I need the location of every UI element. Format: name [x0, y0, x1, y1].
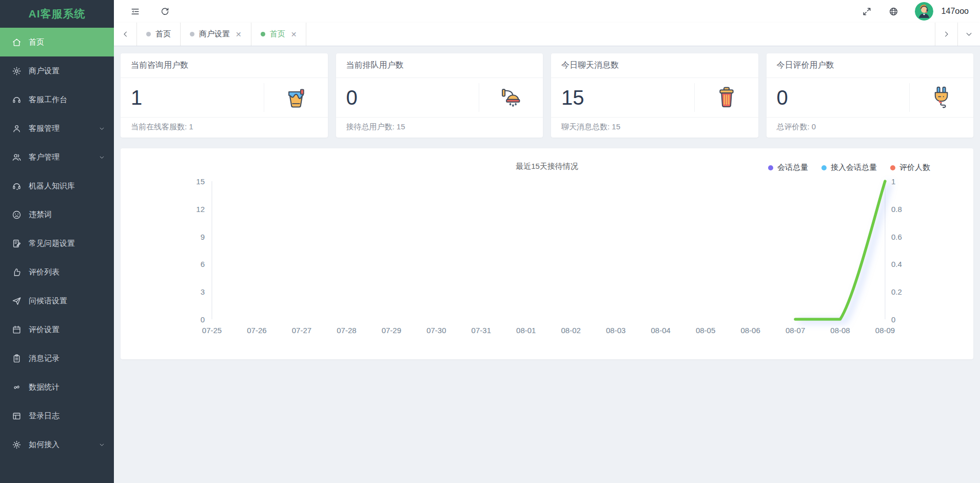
- sidebar-item-label: 评价列表: [29, 267, 106, 277]
- tabs-scroll-left-icon[interactable]: [114, 23, 136, 46]
- sidebar-item-send[interactable]: 问候语设置: [0, 286, 114, 315]
- users-icon: [11, 152, 22, 162]
- gear-icon: [11, 66, 22, 76]
- x-axis-tick: 07-25: [202, 326, 222, 335]
- user-icon: [11, 123, 22, 133]
- tab-item[interactable]: 首页✕: [251, 23, 307, 46]
- username[interactable]: 147ooo: [942, 7, 969, 16]
- paint-bucket-icon: [264, 84, 328, 111]
- y-axis-left-tick: 15: [174, 177, 205, 186]
- sidebar-item-plug-gear[interactable]: 如何接入: [0, 430, 114, 459]
- stat-card-rating-users: 今日评价用户数 0: [767, 53, 974, 138]
- language-globe-icon[interactable]: [888, 6, 899, 17]
- content: 当前咨询用户数 1 当前在线客服数:: [114, 46, 980, 483]
- tab-close-icon[interactable]: ✕: [291, 31, 297, 38]
- open-tabs: 首页商户设置✕首页✕: [136, 23, 935, 46]
- x-axis-tick: 08-05: [696, 326, 715, 335]
- robot-icon: [11, 181, 22, 191]
- x-axis-tick: 07-26: [247, 326, 266, 335]
- refresh-icon[interactable]: [159, 6, 170, 17]
- tabs-menu-chevron-down-icon[interactable]: [957, 23, 980, 46]
- avatar[interactable]: [915, 2, 933, 21]
- stat-card-value: 15: [561, 86, 694, 109]
- sidebar-item-users[interactable]: 客户管理: [0, 143, 114, 171]
- headset-icon: [11, 94, 22, 105]
- stat-card-value: 0: [777, 86, 910, 109]
- sidebar-item-label: 机器人知识库: [29, 181, 106, 191]
- y-axis-right-tick: 0.2: [891, 287, 902, 296]
- y-axis-right-tick: 1: [891, 177, 895, 186]
- tab-item[interactable]: 商户设置✕: [181, 23, 251, 46]
- tabs-scroll-right-icon[interactable]: [935, 23, 957, 46]
- app-root: AI客服系统 首页商户设置客服工作台客服管理客户管理机器人知识库违禁词常见问题设…: [0, 0, 980, 483]
- sidebar-item-label: 如何接入: [29, 440, 99, 450]
- tab-label: 首页: [270, 29, 285, 39]
- x-axis-tick: 08-03: [606, 326, 625, 335]
- sidebar-item-label: 评价设置: [29, 325, 106, 335]
- thumbs-up-icon: [11, 267, 22, 277]
- shower-icon: [479, 84, 543, 111]
- sidebar-item-robot[interactable]: 机器人知识库: [0, 171, 114, 200]
- tab-label: 商户设置: [199, 29, 230, 39]
- stat-card-value: 1: [131, 86, 264, 109]
- topbar: 147ooo: [114, 0, 980, 23]
- chevron-down-icon: [99, 441, 106, 448]
- x-axis-tick: 07-27: [292, 326, 311, 335]
- stat-card-footer: 当前在线客服数: 1: [121, 117, 328, 138]
- fullscreen-icon[interactable]: [861, 6, 873, 17]
- sidebar-item-label: 首页: [29, 37, 106, 47]
- stat-card-queue-users: 当前排队用户数 0: [336, 53, 543, 138]
- series-line-会话总量: [795, 181, 885, 319]
- sidebar-collapse-icon[interactable]: [129, 6, 141, 17]
- stat-card-footer: 聊天消息总数: 15: [551, 117, 758, 138]
- sidebar-item-home[interactable]: 首页: [0, 28, 114, 56]
- x-axis-tick: 08-06: [740, 326, 760, 335]
- sidebar-item-document-edit[interactable]: 常见问题设置: [0, 229, 114, 258]
- chevron-down-icon: [99, 153, 106, 161]
- frown-icon: [11, 209, 22, 220]
- trash-bin-icon: [695, 84, 758, 111]
- tabbar: 首页商户设置✕首页✕: [114, 23, 980, 46]
- sidebar-item-label: 消息记录: [29, 354, 106, 363]
- plug-gear-icon: [11, 439, 22, 450]
- stat-card-chat-messages: 今日聊天消息数 15 聊天消息总数:: [551, 53, 758, 138]
- y-axis-left-tick: 12: [174, 204, 205, 213]
- x-axis-tick: 08-08: [830, 326, 850, 335]
- power-plug-icon: [910, 84, 973, 111]
- x-axis-tick: 08-02: [561, 326, 581, 335]
- sidebar-item-headset[interactable]: 客服工作台: [0, 85, 114, 114]
- stat-card-title: 当前咨询用户数: [121, 53, 328, 78]
- tab-close-icon[interactable]: ✕: [236, 31, 242, 38]
- sidebar: AI客服系统 首页商户设置客服工作台客服管理客户管理机器人知识库违禁词常见问题设…: [0, 0, 114, 483]
- y-axis-left-tick: 3: [174, 287, 205, 296]
- stat-card-title: 当前排队用户数: [336, 53, 543, 78]
- app-title: AI客服系统: [0, 0, 114, 28]
- tab-item[interactable]: 首页: [137, 23, 181, 46]
- y-axis-right-tick: 0: [891, 315, 895, 324]
- x-axis-tick: 08-07: [786, 326, 805, 335]
- sidebar-item-calendar[interactable]: 评价设置: [0, 315, 114, 344]
- sidebar-item-clipboard[interactable]: 消息记录: [0, 344, 114, 373]
- clipboard-icon: [11, 353, 22, 363]
- sidebar-item-gear[interactable]: 商户设置: [0, 56, 114, 85]
- x-axis-tick: 08-01: [516, 326, 536, 335]
- sidebar-item-user[interactable]: 客服管理: [0, 114, 114, 143]
- sidebar-item-thumbs-up[interactable]: 评价列表: [0, 258, 114, 286]
- y-axis-left-tick: 0: [174, 315, 205, 324]
- chevron-down-icon: [99, 125, 106, 132]
- sidebar-item-label: 客户管理: [29, 152, 99, 162]
- stat-card-title: 今日聊天消息数: [551, 53, 758, 78]
- sidebar-item-window[interactable]: 登录日志: [0, 401, 114, 430]
- main-column: 147ooo 首页商户设置✕首页✕ 当前咨询用户数 1: [114, 0, 980, 483]
- topbar-left: [129, 6, 170, 17]
- sidebar-item-frown[interactable]: 违禁词: [0, 200, 114, 229]
- x-axis-tick: 08-09: [875, 326, 895, 335]
- y-axis-left-tick: 9: [174, 232, 205, 241]
- tab-label: 首页: [155, 29, 171, 39]
- y-axis-left-tick: 6: [174, 260, 205, 268]
- send-icon: [11, 296, 22, 306]
- sidebar-item-infinity[interactable]: 数据统计: [0, 373, 114, 401]
- home-icon: [11, 37, 22, 47]
- tab-status-dot: [146, 32, 151, 36]
- x-axis-tick: 08-04: [651, 326, 670, 335]
